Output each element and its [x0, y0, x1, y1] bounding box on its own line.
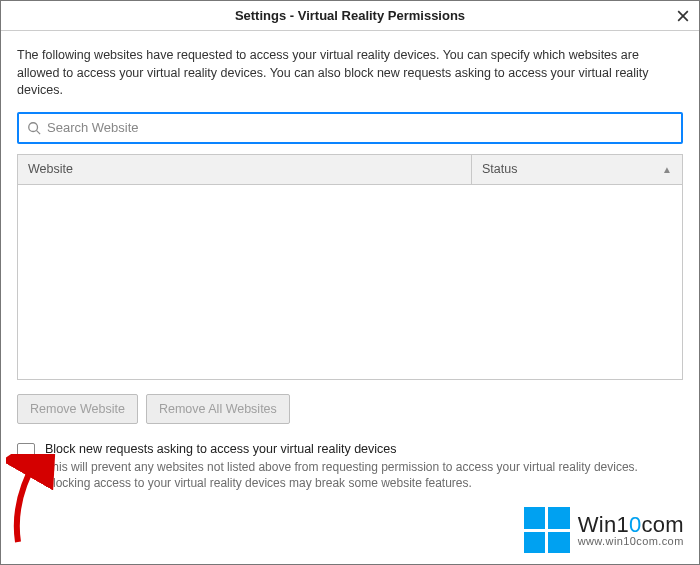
search-icon	[27, 121, 41, 135]
close-button[interactable]	[675, 8, 691, 24]
buttons-row: Remove Website Remove All Websites	[17, 394, 683, 424]
content-area: The following websites have requested to…	[1, 31, 699, 564]
close-icon	[677, 10, 689, 22]
search-input[interactable]	[47, 114, 673, 142]
svg-point-2	[29, 122, 38, 131]
column-header-website[interactable]: Website	[18, 155, 471, 184]
titlebar: Settings - Virtual Reality Permissions	[1, 1, 699, 31]
search-field-wrap[interactable]	[17, 112, 683, 144]
block-option-label: Block new requests asking to access your…	[45, 442, 683, 456]
svg-line-3	[37, 130, 41, 134]
column-header-status[interactable]: Status ▲	[472, 155, 682, 184]
block-option-row: Block new requests asking to access your…	[17, 442, 683, 491]
table-header: Website Status ▲	[17, 154, 683, 184]
website-list	[17, 184, 683, 380]
remove-website-button[interactable]: Remove Website	[17, 394, 138, 424]
block-option-text: Block new requests asking to access your…	[45, 442, 683, 491]
sort-arrow-icon: ▲	[662, 164, 672, 175]
column-status-label: Status	[482, 162, 517, 176]
block-requests-checkbox[interactable]	[17, 443, 35, 461]
dialog: Settings - Virtual Reality Permissions T…	[0, 0, 700, 565]
dialog-title: Settings - Virtual Reality Permissions	[235, 8, 465, 23]
remove-all-websites-button[interactable]: Remove All Websites	[146, 394, 290, 424]
intro-text: The following websites have requested to…	[17, 47, 683, 100]
block-option-description: This will prevent any websites not liste…	[45, 459, 683, 491]
